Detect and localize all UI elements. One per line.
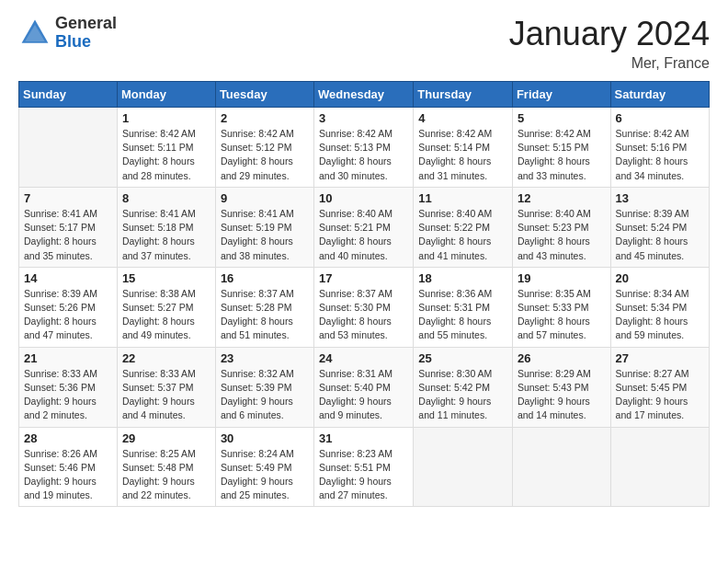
day-number: 12 bbox=[518, 191, 606, 205]
day-number: 9 bbox=[221, 191, 309, 205]
calendar-week-row: 28Sunrise: 8:26 AM Sunset: 5:46 PM Dayli… bbox=[19, 427, 710, 507]
day-info: Sunrise: 8:41 AM Sunset: 5:17 PM Dayligh… bbox=[24, 207, 112, 263]
calendar-day-cell bbox=[19, 108, 118, 188]
calendar-day-cell: 29Sunrise: 8:25 AM Sunset: 5:48 PM Dayli… bbox=[117, 427, 215, 507]
day-info: Sunrise: 8:29 AM Sunset: 5:43 PM Dayligh… bbox=[518, 367, 606, 423]
day-number: 21 bbox=[24, 351, 112, 365]
day-info: Sunrise: 8:33 AM Sunset: 5:37 PM Dayligh… bbox=[122, 367, 210, 423]
day-info: Sunrise: 8:26 AM Sunset: 5:46 PM Dayligh… bbox=[24, 447, 112, 503]
day-info: Sunrise: 8:30 AM Sunset: 5:42 PM Dayligh… bbox=[418, 367, 507, 423]
day-info: Sunrise: 8:42 AM Sunset: 5:15 PM Dayligh… bbox=[518, 127, 606, 183]
day-number: 1 bbox=[122, 111, 210, 125]
calendar-day-cell: 5Sunrise: 8:42 AM Sunset: 5:15 PM Daylig… bbox=[512, 108, 610, 188]
day-info: Sunrise: 8:23 AM Sunset: 5:51 PM Dayligh… bbox=[319, 447, 408, 503]
calendar-header-cell: Wednesday bbox=[314, 82, 414, 108]
calendar-day-cell: 14Sunrise: 8:39 AM Sunset: 5:26 PM Dayli… bbox=[19, 267, 118, 347]
day-info: Sunrise: 8:40 AM Sunset: 5:22 PM Dayligh… bbox=[418, 207, 507, 263]
calendar-day-cell: 24Sunrise: 8:31 AM Sunset: 5:40 PM Dayli… bbox=[314, 347, 414, 427]
calendar-day-cell: 17Sunrise: 8:37 AM Sunset: 5:30 PM Dayli… bbox=[314, 267, 414, 347]
day-info: Sunrise: 8:32 AM Sunset: 5:39 PM Dayligh… bbox=[221, 367, 309, 423]
day-number: 2 bbox=[221, 111, 309, 125]
calendar-day-cell: 27Sunrise: 8:27 AM Sunset: 5:45 PM Dayli… bbox=[610, 347, 709, 427]
calendar-day-cell: 23Sunrise: 8:32 AM Sunset: 5:39 PM Dayli… bbox=[215, 347, 313, 427]
calendar-day-cell: 22Sunrise: 8:33 AM Sunset: 5:37 PM Dayli… bbox=[117, 347, 215, 427]
calendar-week-row: 7Sunrise: 8:41 AM Sunset: 5:17 PM Daylig… bbox=[19, 187, 710, 267]
calendar-day-cell: 11Sunrise: 8:40 AM Sunset: 5:22 PM Dayli… bbox=[414, 187, 513, 267]
day-number: 14 bbox=[24, 271, 112, 285]
day-info: Sunrise: 8:39 AM Sunset: 5:26 PM Dayligh… bbox=[24, 287, 112, 343]
calendar-day-cell: 4Sunrise: 8:42 AM Sunset: 5:14 PM Daylig… bbox=[414, 108, 513, 188]
calendar-header-cell: Tuesday bbox=[215, 82, 313, 108]
calendar-day-cell bbox=[512, 427, 610, 507]
day-number: 8 bbox=[122, 191, 210, 205]
day-number: 13 bbox=[616, 191, 704, 205]
calendar-header-cell: Monday bbox=[117, 82, 215, 108]
day-info: Sunrise: 8:38 AM Sunset: 5:27 PM Dayligh… bbox=[122, 287, 210, 343]
day-info: Sunrise: 8:35 AM Sunset: 5:33 PM Dayligh… bbox=[518, 287, 606, 343]
calendar-day-cell: 13Sunrise: 8:39 AM Sunset: 5:24 PM Dayli… bbox=[610, 187, 709, 267]
calendar-day-cell: 25Sunrise: 8:30 AM Sunset: 5:42 PM Dayli… bbox=[414, 347, 513, 427]
day-info: Sunrise: 8:37 AM Sunset: 5:30 PM Dayligh… bbox=[319, 287, 408, 343]
day-info: Sunrise: 8:33 AM Sunset: 5:36 PM Dayligh… bbox=[24, 367, 112, 423]
day-number: 28 bbox=[24, 431, 112, 445]
calendar-header-cell: Saturday bbox=[610, 82, 709, 108]
day-number: 15 bbox=[122, 271, 210, 285]
day-info: Sunrise: 8:25 AM Sunset: 5:48 PM Dayligh… bbox=[122, 447, 210, 503]
day-info: Sunrise: 8:27 AM Sunset: 5:45 PM Dayligh… bbox=[616, 367, 704, 423]
calendar-week-row: 14Sunrise: 8:39 AM Sunset: 5:26 PM Dayli… bbox=[19, 267, 710, 347]
logo-icon bbox=[18, 17, 51, 50]
day-number: 24 bbox=[319, 351, 408, 365]
day-info: Sunrise: 8:41 AM Sunset: 5:18 PM Dayligh… bbox=[122, 207, 210, 263]
calendar-day-cell: 16Sunrise: 8:37 AM Sunset: 5:28 PM Dayli… bbox=[215, 267, 313, 347]
calendar-day-cell: 26Sunrise: 8:29 AM Sunset: 5:43 PM Dayli… bbox=[512, 347, 610, 427]
location: Mer, France bbox=[509, 55, 710, 72]
day-number: 18 bbox=[418, 271, 507, 285]
calendar-week-row: 1Sunrise: 8:42 AM Sunset: 5:11 PM Daylig… bbox=[19, 108, 710, 188]
day-number: 6 bbox=[616, 111, 704, 125]
calendar-day-cell: 12Sunrise: 8:40 AM Sunset: 5:23 PM Dayli… bbox=[512, 187, 610, 267]
day-number: 29 bbox=[122, 431, 210, 445]
day-info: Sunrise: 8:36 AM Sunset: 5:31 PM Dayligh… bbox=[418, 287, 507, 343]
day-info: Sunrise: 8:42 AM Sunset: 5:14 PM Dayligh… bbox=[418, 127, 507, 183]
day-info: Sunrise: 8:42 AM Sunset: 5:11 PM Dayligh… bbox=[122, 127, 210, 183]
day-number: 4 bbox=[418, 111, 507, 125]
day-info: Sunrise: 8:40 AM Sunset: 5:21 PM Dayligh… bbox=[319, 207, 408, 263]
day-number: 27 bbox=[616, 351, 704, 365]
day-info: Sunrise: 8:24 AM Sunset: 5:49 PM Dayligh… bbox=[221, 447, 309, 503]
day-number: 25 bbox=[418, 351, 507, 365]
day-number: 22 bbox=[122, 351, 210, 365]
calendar-day-cell: 28Sunrise: 8:26 AM Sunset: 5:46 PM Dayli… bbox=[19, 427, 118, 507]
day-number: 5 bbox=[518, 111, 606, 125]
day-number: 30 bbox=[221, 431, 309, 445]
day-number: 23 bbox=[221, 351, 309, 365]
calendar-day-cell: 6Sunrise: 8:42 AM Sunset: 5:16 PM Daylig… bbox=[610, 108, 709, 188]
calendar-header-row: SundayMondayTuesdayWednesdayThursdayFrid… bbox=[19, 82, 710, 108]
calendar-day-cell: 7Sunrise: 8:41 AM Sunset: 5:17 PM Daylig… bbox=[19, 187, 118, 267]
calendar-day-cell: 3Sunrise: 8:42 AM Sunset: 5:13 PM Daylig… bbox=[314, 108, 414, 188]
day-number: 19 bbox=[518, 271, 606, 285]
day-info: Sunrise: 8:31 AM Sunset: 5:40 PM Dayligh… bbox=[319, 367, 408, 423]
logo-text: General Blue bbox=[55, 15, 117, 52]
calendar-header-cell: Friday bbox=[512, 82, 610, 108]
day-number: 17 bbox=[319, 271, 408, 285]
day-number: 11 bbox=[418, 191, 507, 205]
calendar-day-cell: 20Sunrise: 8:34 AM Sunset: 5:34 PM Dayli… bbox=[610, 267, 709, 347]
month-title: January 2024 bbox=[509, 15, 710, 53]
calendar-day-cell: 31Sunrise: 8:23 AM Sunset: 5:51 PM Dayli… bbox=[314, 427, 414, 507]
calendar-day-cell: 10Sunrise: 8:40 AM Sunset: 5:21 PM Dayli… bbox=[314, 187, 414, 267]
calendar-day-cell: 30Sunrise: 8:24 AM Sunset: 5:49 PM Dayli… bbox=[215, 427, 313, 507]
day-info: Sunrise: 8:37 AM Sunset: 5:28 PM Dayligh… bbox=[221, 287, 309, 343]
day-info: Sunrise: 8:39 AM Sunset: 5:24 PM Dayligh… bbox=[616, 207, 704, 263]
calendar-day-cell: 9Sunrise: 8:41 AM Sunset: 5:19 PM Daylig… bbox=[215, 187, 313, 267]
calendar-day-cell: 21Sunrise: 8:33 AM Sunset: 5:36 PM Dayli… bbox=[19, 347, 118, 427]
calendar-day-cell bbox=[610, 427, 709, 507]
day-number: 20 bbox=[616, 271, 704, 285]
day-info: Sunrise: 8:42 AM Sunset: 5:16 PM Dayligh… bbox=[616, 127, 704, 183]
calendar-day-cell bbox=[414, 427, 513, 507]
calendar-day-cell: 18Sunrise: 8:36 AM Sunset: 5:31 PM Dayli… bbox=[414, 267, 513, 347]
day-number: 10 bbox=[319, 191, 408, 205]
calendar-day-cell: 15Sunrise: 8:38 AM Sunset: 5:27 PM Dayli… bbox=[117, 267, 215, 347]
calendar-header-cell: Sunday bbox=[19, 82, 118, 108]
day-number: 26 bbox=[518, 351, 606, 365]
day-info: Sunrise: 8:42 AM Sunset: 5:13 PM Dayligh… bbox=[319, 127, 408, 183]
